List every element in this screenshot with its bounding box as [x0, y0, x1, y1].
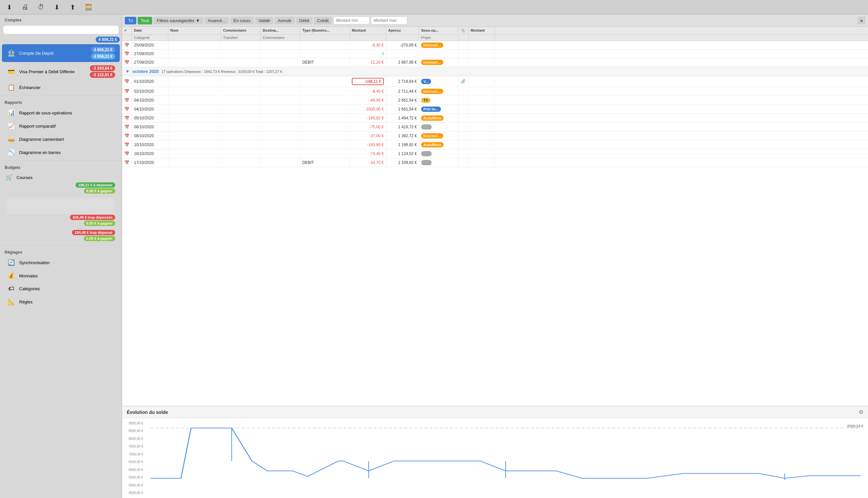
budget-3-badge1: 184,48 € trop dépensé: [72, 230, 115, 235]
account-balance-2: 4 556,21 €: [91, 53, 115, 60]
camembert-icon: 🥧: [7, 135, 16, 143]
account-balance-1: 4 806,21 €: [91, 47, 115, 53]
main-layout: Comptes 4 806,21 € 🏦 Compte De Dépôt 4 8…: [0, 14, 868, 498]
col-montant[interactable]: Montant: [350, 27, 386, 34]
comptes-section-title: Comptes: [0, 14, 122, 24]
sidebar: Comptes 4 806,21 € 🏦 Compte De Dépôt 4 8…: [0, 14, 122, 498]
month-label: octobre 2020: [132, 69, 159, 74]
sidebar-item-barres[interactable]: 📉 Diagramme en barres: [2, 146, 120, 159]
y-label-8000: 8000,00 €: [122, 437, 145, 441]
budget-courses[interactable]: 🛒 Courses 189,21 € à dépenser 0,00 € à g…: [3, 172, 118, 195]
sidebar-item-sous-operations[interactable]: 📊 Rapport de sous-opérations: [2, 106, 120, 119]
table-row[interactable]: 📅 05/10/2020 -166,82 € 1 494,72 € Auto/M…: [122, 114, 868, 123]
table-row[interactable]: 📅 06/10/2020 -75,00 € 1 419,72 €: [122, 123, 868, 132]
col-dest[interactable]: Destina...: [261, 27, 300, 34]
table-row[interactable]: 📅 25/09/2020 -8,40 € -270,85 € Internet/…: [122, 41, 868, 50]
col-nom[interactable]: Nom: [168, 27, 221, 34]
month-header-october[interactable]: ▼ octobre 2020 17 opérations Dépenses : …: [122, 67, 868, 76]
visa-balance-1: -3 293,64 €: [90, 65, 115, 71]
col-type[interactable]: Type (Numéro...: [300, 27, 350, 34]
bank-icon: 🏦: [7, 50, 16, 57]
y-label-6000: 6000,00 €: [122, 468, 145, 472]
expand-button[interactable]: »: [857, 16, 865, 24]
sidebar-item-synchronisation[interactable]: 🔄 Synchronisation: [2, 256, 120, 269]
camembert-label: Diagramme camembert: [19, 137, 64, 142]
table-row[interactable]: 📅 02/10/2020 -8,40 € 2 711,44 € Internet…: [122, 87, 868, 96]
table-row[interactable]: 📅 10/10/2020 -183,80 € 1 198,92 € Auto/M…: [122, 141, 868, 149]
table-header: ✓ Date Nom Commentaire Destina... Type (…: [122, 27, 868, 35]
toolbar: ⬇ 🖨 ⏱ ⬇ ⬆ 🧮: [0, 0, 868, 14]
month-summary: 17 opérations Dépenses : 1942,73 € Reven…: [162, 69, 282, 74]
timer-icon[interactable]: ⏱: [36, 2, 46, 13]
monnaies-label: Monnaies: [19, 273, 38, 278]
col-montant2[interactable]: Montant: [469, 27, 495, 34]
sidebar-item-comparatif[interactable]: 📈 Rapport comparatif: [2, 120, 120, 132]
filtres-label: Filtres sauvegardés: [157, 18, 194, 23]
sidebar-item-regles[interactable]: 📐 Règles: [2, 296, 120, 308]
tout-button[interactable]: Tout: [138, 17, 152, 24]
y-label-6500: 6500,00 €: [122, 460, 145, 464]
chart-right-value: 8589,54 €: [847, 424, 864, 428]
courses-icon: 🛒: [4, 174, 14, 181]
sidebar-item-camembert[interactable]: 🥧 Diagramme camembert: [2, 133, 120, 145]
categories-label: Catégories: [19, 286, 40, 291]
sidebar-account-echeancier[interactable]: 📋 Échéancier: [2, 81, 120, 94]
visa-balance-2: -3 122,81 €: [90, 72, 115, 78]
montant-min-input[interactable]: [333, 16, 370, 24]
sidebar-item-monnaies[interactable]: 💰 Monnaies: [2, 270, 120, 282]
montant-max-input[interactable]: [371, 16, 407, 24]
budget-2-badge2: 0,00 € à gagner: [84, 221, 115, 226]
table-row[interactable]: 📅 04/10/2020 -49,90 € 2 661,54 € TV: [122, 96, 868, 105]
y-label-5000: 5000,00 €: [122, 484, 145, 487]
table-row[interactable]: 📅 17/10/2020 DEBIT -14,70 € 1 109,82 €: [122, 158, 868, 167]
search-input[interactable]: [7, 27, 115, 32]
sidebar-account-depot[interactable]: 🏦 Compte De Dépôt 4 806,21 € 4 556,21 €: [2, 44, 120, 62]
table-row[interactable]: 📅 01/10/2020 -148,11 € 2 719,84 € V... 🔗: [122, 76, 868, 87]
encours-button[interactable]: En cours: [230, 17, 254, 24]
valide-button[interactable]: Validé: [255, 17, 273, 24]
sous-operations-label: Rapport de sous-opérations: [19, 110, 72, 115]
col-commentaire[interactable]: Commentaire: [221, 27, 261, 34]
y-label-4500: 4500,00 €: [122, 491, 145, 495]
print-icon[interactable]: 🖨: [20, 2, 30, 13]
credit-button[interactable]: Crédit: [314, 17, 332, 24]
export-icon[interactable]: ⬆: [67, 2, 78, 13]
table-row[interactable]: 📅 27/09/2020 DEBIT -11,20 € 2 867,95 € I…: [122, 58, 868, 67]
calendar-icon: 📋: [7, 84, 16, 91]
budget-courses-badge2: 0,00 € à gagner: [84, 188, 115, 194]
table-row[interactable]: 📅 04/10/2020 -1000,00 € 1 661,54 € Prêt …: [122, 105, 868, 114]
account-balance-top: 4 806,21 €: [96, 37, 120, 42]
download-icon[interactable]: ⬇: [4, 2, 14, 13]
col-date[interactable]: Date: [132, 27, 168, 34]
table-row[interactable]: 📅 16/10/2020 -74,40 € 1 124,52 €: [122, 149, 868, 158]
chart-settings-button[interactable]: ⚙: [859, 409, 864, 415]
comparatif-icon: 📈: [7, 122, 16, 130]
col-sousop[interactable]: Sous-op...: [419, 27, 459, 34]
sync-icon: 🔄: [7, 259, 16, 266]
chart-title: Évolution du solde: [127, 410, 168, 415]
avance-button[interactable]: Avancé...: [205, 17, 229, 24]
rapports-section-title: Rapports: [0, 97, 122, 106]
filtres-button[interactable]: Filtres sauvegardés ▼: [153, 17, 203, 24]
budgets-section-title: Budgets: [0, 162, 122, 171]
sidebar-account-visa[interactable]: 💳 Visa Premier à Débit Différée -3 293,6…: [2, 63, 120, 80]
table-row[interactable]: 📅 27/09/2020 3: [122, 50, 868, 58]
col-apercu[interactable]: Aperçu: [386, 27, 419, 34]
budget-item-3[interactable]: 184,48 € trop dépensé 0,00 € à gagner: [3, 230, 118, 243]
subcol-projet: Projet: [419, 35, 459, 41]
debit-button[interactable]: Débit: [296, 17, 312, 24]
account-search[interactable]: [3, 26, 118, 34]
table-row[interactable]: 📅 08/10/2020 -37,00 € 1 382,72 € Interne…: [122, 132, 868, 141]
content-area: Tri Tout Filtres sauvegardés ▼ Avancé...…: [122, 14, 868, 498]
barres-icon: 📉: [7, 149, 16, 156]
chart-svg: [151, 421, 861, 495]
annule-button[interactable]: Annulé: [275, 17, 294, 24]
filtres-dropdown-icon: ▼: [196, 18, 200, 23]
subcol-transfert: Transfert: [221, 35, 261, 41]
budget-item-2[interactable]: 435,40 € trop dépensés 0,00 € à gagner: [3, 198, 118, 227]
sidebar-item-categories[interactable]: 🏷 Catégories: [2, 283, 120, 295]
calculator-icon[interactable]: 🧮: [83, 2, 94, 13]
import-icon[interactable]: ⬇: [51, 2, 62, 13]
tri-button[interactable]: Tri: [125, 17, 136, 24]
month-collapse-icon: ▼: [125, 69, 130, 74]
